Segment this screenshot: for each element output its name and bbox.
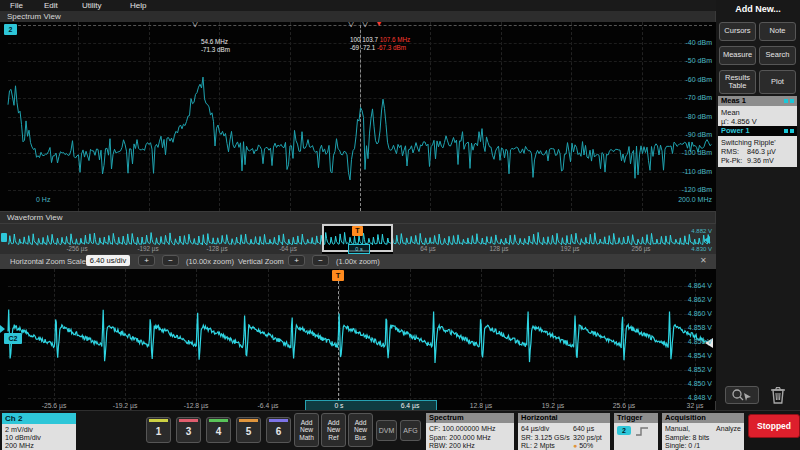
menu-item-edit[interactable]: Edit	[44, 1, 58, 10]
spectrum-view-title-text: Spectrum View	[7, 12, 61, 21]
horizontal-zoom-scale-label: Horizontal Zoom Scale	[10, 257, 86, 266]
channel-5-color-stripe	[239, 419, 258, 422]
horizontal-badge-left: RL: 2 Mpts	[521, 442, 573, 450]
sidebar-button-results-table[interactable]: Results Table	[719, 70, 756, 94]
sidebar-button-cursors[interactable]: Cursors	[719, 22, 756, 41]
acquisition-settings-badge[interactable]: Acquisition Manual, Analyze Sample: 8 bi…	[662, 413, 744, 450]
acquisition-sample: Sample: 8 bits	[665, 434, 741, 443]
c2-channel-badge[interactable]: C2	[4, 333, 22, 344]
zoom-pan-tool-button[interactable]	[725, 386, 759, 404]
horizontal-zoom-increase-button[interactable]: +	[138, 255, 155, 266]
channel-3-color-stripe	[179, 419, 198, 422]
channel-3-button[interactable]: 3	[176, 417, 201, 443]
vertical-zoom-decrease-button[interactable]: −	[312, 255, 329, 266]
waveform-overview-strip[interactable]: -256 µs-192 µs-128 µs-64 µs64 µs128 µs19…	[0, 224, 716, 254]
overview-trigger-marker[interactable]: T	[352, 226, 363, 236]
trigger-settings-badge[interactable]: Trigger 2	[614, 413, 658, 450]
vertical-zoom-factor: (1.00x zoom)	[336, 257, 380, 266]
spectrum-marker3-icon[interactable]: ▽	[362, 22, 368, 28]
dvm-button[interactable]: DVM	[376, 420, 397, 441]
power1-dock-icon	[784, 128, 795, 134]
waveform-graticule[interactable]: TC24.864 V4.862 V4.860 V4.858 V4.856 V4.…	[0, 269, 716, 401]
power1-type: Switching Ripple'	[721, 138, 794, 147]
channel-1-color-stripe	[149, 419, 168, 422]
overview-time-label: 128 µs	[479, 245, 519, 252]
menu-bar: FileEditUtilityHelp	[0, 0, 800, 11]
channel-4-label: 4	[216, 426, 222, 437]
add-new-bus-button[interactable]: Add New Bus	[348, 413, 373, 447]
menu-item-help[interactable]: Help	[130, 1, 146, 10]
acquisition-badge-title: Acquisition	[665, 413, 706, 422]
channel-4-button[interactable]: 4	[206, 417, 231, 443]
horizontal-settings-badge[interactable]: Horizontal 64 µs/div640 µsSR: 3.125 GS/s…	[518, 413, 610, 450]
power1-badge[interactable]: Power 1 Switching Ripple' RMS: 846.3 µV …	[718, 126, 797, 167]
waveform-time-label: 12.8 µs	[459, 402, 503, 409]
marker-cluster-freqs: 100 103.7	[350, 36, 378, 43]
vertical-zoom-increase-button[interactable]: +	[288, 255, 305, 266]
channel-5-button[interactable]: 5	[236, 417, 261, 443]
power1-pkpk-label: Pk-Pk:	[721, 156, 747, 165]
ch2-badge-title: Ch 2	[5, 414, 22, 423]
spectrum-dbm-label: -60 dBm	[640, 76, 712, 83]
sidebar-button-note[interactable]: Note	[759, 22, 796, 41]
bottom-bar: Ch 2 2 mV/div10 dBm/div200 MHz 13456 Add…	[0, 410, 800, 450]
waveform-volt-label: 4.850 V	[642, 380, 712, 387]
channel-6-button[interactable]: 6	[266, 417, 291, 443]
trash-button[interactable]	[766, 384, 790, 405]
overview-time-label: -128 µs	[197, 245, 237, 252]
waveform-view-title-text: Waveform View	[7, 213, 63, 222]
waveform-time-label: -12.8 µs	[174, 402, 218, 409]
spectrum-dbm-label: -110 dBm	[640, 168, 712, 175]
channel-3-label: 3	[186, 426, 192, 437]
spectrum-marker1-ampl: -71.3 dBm	[201, 46, 230, 54]
sidebar-button-measure[interactable]: Measure	[719, 46, 756, 65]
spectrum-graticule[interactable]: -40 dBm-50 dBm-60 dBm-70 dBm-80 dBm-90 d…	[0, 22, 716, 211]
waveform-time-label: -25.6 µs	[32, 402, 76, 409]
marker-cluster-ampls: -69 -72.1	[350, 44, 375, 51]
acquisition-mode-row: Manual, Analyze	[665, 425, 741, 434]
spectrum-view-panel: Spectrum View -40 dBm-50 dBm-60 dBm-70 d…	[0, 11, 716, 211]
spectrum-marker1-icon[interactable]: ▽	[192, 22, 198, 28]
waveform-time-label: 19.2 µs	[531, 402, 575, 409]
power1-pkpk-value: 9.36 mV	[747, 156, 774, 165]
marker-reference-ampl: -67.3 dBm	[377, 44, 406, 51]
channel-6-color-stripe	[269, 419, 288, 422]
spectrum-badge-line: CF: 100.000000 MHz	[429, 425, 511, 434]
sidebar-button-plot[interactable]: Plot	[759, 70, 796, 94]
spectrum-freq-stop-label: 200.0 MHz	[630, 196, 712, 203]
spectrum-marker1-readout: 54.6 MHz-71.3 dBm	[201, 38, 230, 54]
trigger-badge-title: Trigger	[617, 413, 642, 422]
spectrum-marker-cluster-readout: 100 103.7 107.6 MHz-69 -72.1 -67.3 dBm	[350, 36, 410, 52]
channel-5-label: 5	[246, 426, 252, 437]
menu-item-file[interactable]: File	[10, 1, 23, 10]
add-new-ref-button[interactable]: Add New Ref	[321, 413, 346, 447]
spectrum-trace-handle[interactable]: 2	[4, 24, 17, 35]
horizontal-zoom-decrease-button[interactable]: −	[162, 255, 179, 266]
spectrum-dbm-label: -70 dBm	[640, 94, 712, 101]
power1-rms-value: 846.3 µV	[747, 147, 776, 156]
sidebar-button-search[interactable]: Search	[759, 46, 796, 65]
spectrum-marker2-icon[interactable]: ▽	[348, 22, 354, 28]
menu-item-utility[interactable]: Utility	[82, 1, 102, 10]
spectrum-dbm-label: -120 dBm	[640, 186, 712, 193]
horizontal-zoom-scale-value[interactable]: 6.40 us/div	[86, 255, 130, 266]
ch2-badge[interactable]: Ch 2 2 mV/div10 dBm/div200 MHz	[2, 413, 76, 450]
run-stop-button[interactable]: Stopped	[748, 414, 800, 438]
overview-vmax-label: 4.882 V	[660, 228, 712, 234]
add-new-math-button[interactable]: Add New Math	[294, 413, 319, 447]
waveform-volt-label: 4.854 V	[642, 352, 712, 359]
afg-button[interactable]: AFG	[400, 420, 421, 441]
close-zoom-toolbar-icon[interactable]: ✕	[700, 256, 707, 265]
waveform-time-label: 25.6 µs	[602, 402, 646, 409]
overview-time-label: 256 µs	[621, 245, 661, 252]
meas1-badge[interactable]: Meas 1 Mean µ': 4.856 V	[718, 96, 797, 128]
spectrum-badge-line: Span: 200.000 MHz	[429, 434, 511, 443]
spectrum-reference-marker-icon[interactable]: ▼	[375, 22, 383, 28]
overview-time-label: 64 µs	[408, 245, 448, 252]
add-new-title: Add New...	[716, 0, 800, 14]
channel-1-button[interactable]: 1	[146, 417, 171, 443]
trash-icon	[766, 384, 790, 405]
spectrum-freq-start-label: 0 Hz	[36, 196, 50, 203]
spectrum-settings-badge[interactable]: Spectrum CF: 100.000000 MHzSpan: 200.000…	[426, 413, 514, 450]
ch2-setting-line: 200 MHz	[5, 442, 73, 450]
